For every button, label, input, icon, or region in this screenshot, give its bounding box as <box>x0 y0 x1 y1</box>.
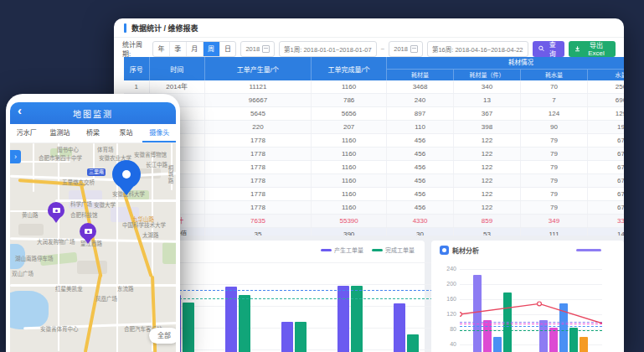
table-cell: 1778 <box>205 148 312 160</box>
search-icon <box>538 45 544 52</box>
expand-panel-button[interactable]: › <box>10 150 21 163</box>
start-week-input[interactable]: 第1周: 2018-01-01~2018-01-07 <box>279 41 376 57</box>
table-cell: 456 <box>387 148 454 160</box>
table-cell: 122 <box>454 148 521 160</box>
table-row: 2202071103989019 <box>124 121 624 134</box>
export-excel-button[interactable]: 导出Excel <box>569 41 616 57</box>
phone-tabs: 污水厂监测站桥梁泵站摄像头 <box>10 124 176 143</box>
map-label: 合肥科技馆 <box>70 210 98 219</box>
table-cell: 367 <box>454 107 521 120</box>
consumables-chart-title: 耗材分析 <box>440 246 479 255</box>
column-header: 工单产生量/个 <box>205 57 312 80</box>
table-cell: 5645 <box>205 107 312 120</box>
chart-icon <box>440 246 449 255</box>
table-cell: 786 <box>312 94 387 106</box>
reference-line <box>154 298 446 299</box>
table-cell: 122 <box>454 201 521 214</box>
workorder-chart-legend: 产生工单量完成工单量 <box>321 246 415 254</box>
table-cell: 456 <box>387 188 454 200</box>
gridline <box>154 284 446 285</box>
table-cell: 1160 <box>312 80 387 93</box>
legend-label: 产生工单量 <box>334 246 363 254</box>
table-cell: 70 <box>521 80 588 93</box>
y-axis-tick: 160 <box>438 296 456 302</box>
camera-pin-tail <box>52 217 60 223</box>
table-cell: 398 <box>454 121 521 133</box>
table-cell: 7635 <box>205 215 312 227</box>
table-cell: 19 <box>588 121 624 133</box>
table-cell: 240 <box>387 94 454 106</box>
phone-tab-泵站[interactable]: 泵站 <box>110 124 143 142</box>
end-year-select[interactable]: 2018 <box>389 41 423 57</box>
table-row: 177811604561227967 <box>124 161 624 174</box>
calendar-icon <box>262 45 270 53</box>
table-cell: 1778 <box>205 161 312 173</box>
table-cell: 456 <box>387 161 454 173</box>
bar-产生工单量 <box>225 287 237 352</box>
end-week-input[interactable]: 第16周: 2018-04-16~2018-04-22 <box>427 41 528 57</box>
table-cell: 859 <box>454 215 521 227</box>
table-cell: 1160 <box>312 174 387 187</box>
pin-tail <box>120 187 133 195</box>
period-option[interactable]: 季 <box>170 42 187 56</box>
selected-location-pin[interactable] <box>112 160 141 197</box>
period-option[interactable]: 周 <box>204 42 220 56</box>
table-cell: 1160 <box>312 161 387 173</box>
phone-page-title: 地图监测 <box>73 107 113 120</box>
map-label: 东流路 <box>117 284 134 292</box>
legend-dash <box>372 249 383 251</box>
table-cell: 456 <box>387 134 454 147</box>
table-cell: 79 <box>521 134 588 147</box>
consumables-chart-title-text: 耗材分析 <box>452 246 479 255</box>
table-row: 177811604561227967 <box>124 188 624 201</box>
period-option[interactable]: 年 <box>153 42 170 56</box>
phone-tab-污水厂[interactable]: 污水厂 <box>10 124 44 142</box>
phone-tab-监测站[interactable]: 监测站 <box>44 124 77 142</box>
map-label: 合肥市第四十中学 <box>39 153 82 162</box>
group-header-label: 耗材情况 <box>387 57 624 70</box>
table-header: 序号时间工单产生量/个工单完成量/个耗材情况耗材量耗材量（件）耗水量水量 <box>124 57 624 80</box>
total-row: 合计763555390433085934933 <box>124 215 624 228</box>
table-row: 177811604561227967 <box>124 148 624 161</box>
table-cell: 3468 <box>387 80 454 93</box>
start-week-value: 第1周: 2018-01-01~2018-01-07 <box>284 44 371 54</box>
camera-marker[interactable] <box>48 202 64 225</box>
table-cell: 11121 <box>205 80 312 93</box>
table-cell: 13 <box>454 94 521 106</box>
period-option[interactable]: 日 <box>220 42 236 56</box>
pin-dot <box>122 170 131 179</box>
table-body: 12014年1112111603468340702509666778624013… <box>124 80 624 241</box>
back-icon[interactable]: ‹ <box>18 103 22 117</box>
table-cell: 897 <box>387 107 454 120</box>
map-park-area <box>162 242 176 264</box>
bar-产生工单量 <box>337 286 349 352</box>
table-cell: 79 <box>521 161 588 173</box>
consumables-chart-plot <box>460 269 602 352</box>
y-axis-tick: 40 <box>438 341 456 347</box>
map-label: 体育场 <box>97 145 114 153</box>
breadcrumb: 数据统计 / 维修报表 <box>131 23 198 34</box>
table-cell: 110 <box>387 121 454 133</box>
phone-tab-摄像头[interactable]: 摄像头 <box>142 124 176 142</box>
table-cell: 79 <box>521 188 588 200</box>
table-cell: 67 <box>588 188 624 200</box>
end-week-value: 第16周: 2018-04-16~2018-04-22 <box>432 44 523 54</box>
map-label: 太湖路 <box>142 230 159 239</box>
sub-column-header: 耗材量（件） <box>454 70 521 81</box>
reference-line <box>154 290 446 291</box>
camera-marker[interactable] <box>80 223 96 246</box>
legend-item[interactable]: 产生工单量 <box>321 246 363 254</box>
start-year-select[interactable]: 2018 <box>240 41 275 57</box>
period-option[interactable]: 月 <box>187 42 204 56</box>
phone-tab-桥梁[interactable]: 桥梁 <box>76 124 110 142</box>
period-segment: 年季月周日 <box>152 41 236 57</box>
search-button[interactable]: 查询 <box>533 41 564 57</box>
table-cell: 122 <box>454 188 521 200</box>
map-label: 安徽省体育中心 <box>40 324 79 333</box>
map[interactable]: 图书中心合肥市第四十中学体育场安徽农业大学安徽省博物馆长江中路桐城路三里庵五里墩… <box>10 143 176 352</box>
bar-产生工单量 <box>394 303 405 352</box>
show-all-button[interactable]: 全部 <box>149 328 176 344</box>
legend-item[interactable]: 完成工单量 <box>372 246 415 254</box>
table-cell: 5656 <box>312 107 387 120</box>
table-cell: 349 <box>521 215 588 227</box>
